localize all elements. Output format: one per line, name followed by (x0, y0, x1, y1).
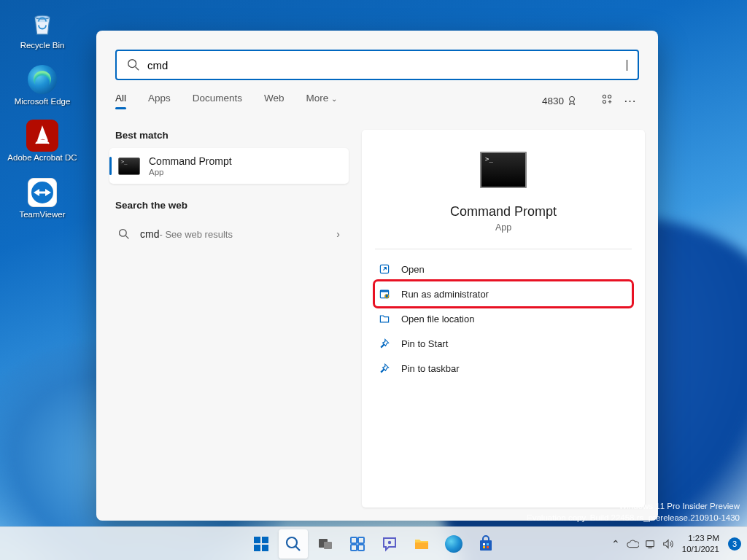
tab-more[interactable]: More⌄ (306, 93, 338, 109)
system-tray: ⌃ 1:23 PM10/1/2021 3 (608, 532, 741, 556)
command-prompt-icon (118, 158, 140, 175)
action-open[interactable]: Open (375, 257, 632, 281)
svg-rect-22 (324, 542, 332, 549)
tray-overflow-icon[interactable]: ⌃ (608, 532, 624, 556)
svg-rect-17 (254, 545, 260, 551)
desktop-icon-edge[interactable]: Microsoft Edge (6, 63, 79, 106)
svg-rect-24 (358, 537, 364, 543)
result-subtitle: App (149, 168, 232, 176)
action-label: Pin to taskbar (401, 363, 460, 374)
svg-point-6 (603, 100, 605, 103)
desktop-icon-recycle-bin[interactable]: Recycle Bin (6, 7, 79, 50)
search-icon (118, 228, 130, 240)
desktop-icon-label: Recycle Bin (20, 41, 65, 50)
action-pin-to-start[interactable]: Pin to Start (375, 331, 632, 356)
start-button[interactable] (247, 529, 276, 559)
desktop-icon-teamviewer[interactable]: TeamViewer (6, 176, 79, 219)
recycle-bin-icon (26, 7, 58, 39)
pin-icon (378, 362, 391, 375)
svg-rect-23 (351, 537, 357, 543)
svg-rect-15 (254, 537, 260, 543)
svg-point-1 (128, 60, 136, 68)
search-icon (127, 58, 140, 71)
svg-point-9 (120, 230, 127, 237)
search-box[interactable] (115, 50, 639, 80)
svg-rect-28 (415, 542, 428, 549)
best-match-result[interactable]: Command Prompt App (109, 148, 349, 184)
desktop-icon-acrobat[interactable]: Adobe Acrobat DC (6, 120, 79, 163)
web-term: cmd (140, 228, 159, 240)
svg-rect-26 (358, 545, 364, 551)
search-tabs: All Apps Documents Web More⌄ 4830 ⋯ (96, 93, 658, 117)
web-heading: Search the web (109, 200, 349, 218)
web-result[interactable]: cmd - See web results › (109, 219, 349, 249)
edge-icon (26, 63, 58, 96)
desktop-icons: Recycle Bin Microsoft Edge Adobe Acrobat… (6, 7, 79, 233)
watermark: Windows 11 Pro Insider Preview Evaluatio… (527, 500, 740, 524)
acrobat-icon (26, 120, 58, 152)
svg-rect-30 (483, 543, 485, 545)
svg-rect-32 (483, 546, 485, 548)
search-button[interactable] (279, 529, 308, 559)
desktop-icon-label: TeamViewer (19, 210, 65, 219)
rewards-points[interactable]: 4830 (542, 96, 577, 106)
svg-rect-34 (646, 540, 654, 546)
medal-icon (567, 96, 577, 106)
svg-rect-29 (480, 540, 492, 551)
svg-point-4 (603, 95, 605, 98)
open-icon (378, 262, 391, 276)
onedrive-icon[interactable] (625, 532, 641, 556)
tab-apps[interactable]: Apps (148, 93, 171, 109)
web-suffix: - See web results (159, 229, 232, 240)
taskbar: ⌃ 1:23 PM10/1/2021 3 (0, 526, 747, 560)
result-detail-pane: Command Prompt App OpenRun as administra… (362, 130, 645, 508)
search-input[interactable] (147, 59, 627, 71)
detail-title: Command Prompt (375, 204, 632, 219)
chat-button[interactable] (375, 529, 404, 559)
folder-icon (378, 312, 391, 325)
divider (375, 249, 632, 249)
svg-point-27 (388, 540, 391, 543)
action-open-file-location[interactable]: Open file location (375, 306, 632, 331)
best-match-heading: Best match (109, 130, 349, 148)
admin-icon (378, 287, 391, 300)
chevron-right-icon: › (336, 228, 340, 240)
explorer-button[interactable] (407, 529, 436, 559)
svg-rect-25 (351, 545, 357, 551)
action-run-as-administrator[interactable]: Run as administrator (375, 281, 632, 306)
chevron-down-icon: ⌄ (331, 95, 337, 103)
svg-rect-16 (262, 537, 268, 543)
clock[interactable]: 1:23 PM10/1/2021 (678, 533, 724, 554)
teamviewer-icon (26, 176, 58, 209)
desktop-icon-label: Microsoft Edge (15, 97, 71, 106)
svg-line-10 (125, 236, 128, 238)
task-view-button[interactable] (311, 529, 340, 559)
volume-icon[interactable] (660, 532, 676, 556)
tab-web[interactable]: Web (264, 93, 285, 109)
widgets-button[interactable] (343, 529, 372, 559)
svg-line-20 (296, 546, 301, 551)
command-prompt-icon (480, 152, 527, 188)
desktop-icon-label: Adobe Acrobat DC (7, 153, 77, 163)
result-title: Command Prompt (149, 155, 232, 167)
tab-documents[interactable]: Documents (193, 93, 242, 109)
action-label: Open file location (401, 314, 474, 324)
options-icon[interactable] (597, 93, 616, 109)
svg-line-2 (136, 67, 139, 71)
svg-rect-18 (262, 545, 268, 551)
network-icon[interactable] (643, 532, 659, 556)
action-label: Open (401, 264, 425, 275)
svg-rect-31 (487, 543, 489, 545)
svg-point-19 (287, 537, 297, 548)
taskbar-center (247, 529, 500, 559)
action-pin-to-taskbar[interactable]: Pin to taskbar (375, 356, 632, 381)
tab-all[interactable]: All (115, 93, 126, 109)
more-icon[interactable]: ⋯ (621, 93, 639, 109)
detail-subtitle: App (375, 222, 632, 233)
action-label: Pin to Start (401, 338, 448, 349)
notifications-badge[interactable]: 3 (728, 537, 741, 551)
results-left-column: Best match Command Prompt App Search the… (109, 130, 349, 508)
edge-button[interactable] (439, 529, 468, 559)
pin-icon (378, 337, 391, 350)
store-button[interactable] (471, 529, 500, 559)
